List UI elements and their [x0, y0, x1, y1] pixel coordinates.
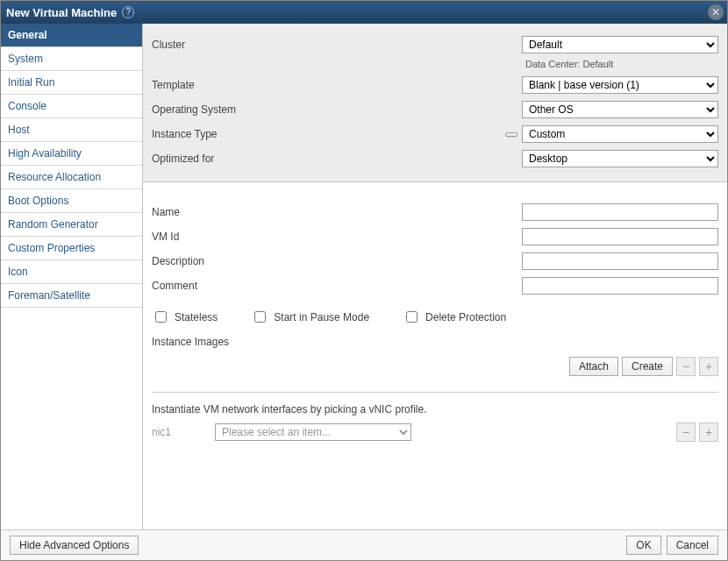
stateless-checkbox[interactable] [155, 311, 167, 323]
sidebar-item-resource-allocation[interactable]: Resource Allocation [1, 166, 142, 189]
template-select[interactable]: Blank | base version (1) [522, 76, 718, 94]
image-remove-button[interactable]: − [676, 357, 696, 376]
pause-checkbox-label[interactable]: Start in Pause Mode [251, 309, 369, 325]
sidebar-item-icon[interactable]: Icon [1, 260, 142, 284]
sidebar-item-host[interactable]: Host [1, 118, 142, 142]
name-label: Name [152, 206, 353, 218]
stateless-text: Stateless [175, 311, 218, 323]
sidebar-item-boot-options[interactable]: Boot Options [1, 189, 142, 213]
sidebar-item-general[interactable]: General [1, 24, 142, 47]
create-button[interactable]: Create [622, 357, 673, 376]
toggle-advanced-button[interactable]: Hide Advanced Options [10, 536, 139, 555]
description-label: Description [152, 255, 353, 267]
attach-button[interactable]: Attach [569, 357, 618, 376]
cluster-label: Cluster [152, 39, 353, 51]
nic-row: nic1 Please select an item... − + [152, 423, 718, 442]
flags-row: Stateless Start in Pause Mode Delete Pro… [152, 309, 718, 325]
chain-icon: ⊂⊃ [504, 129, 517, 140]
nic1-select[interactable]: Please select an item... [215, 423, 411, 441]
sidebar-item-console[interactable]: Console [1, 95, 142, 118]
separator [152, 392, 718, 393]
close-icon[interactable]: ✕ [708, 4, 724, 20]
os-select[interactable]: Other OS [522, 101, 718, 118]
delete-protection-text: Delete Protection [425, 311, 506, 323]
sidebar-item-foreman[interactable]: Foreman/Satellite [1, 284, 142, 308]
main-panel: Cluster Default Data Center: Default Tem… [143, 24, 727, 529]
optimized-select[interactable]: Desktop [522, 150, 718, 167]
mid-section: Name VM Id Description Comment [143, 182, 727, 451]
instance-images-heading: Instance Images [152, 336, 718, 348]
nic1-label: nic1 [152, 426, 204, 438]
titlebar: New Virtual Machine ? ✕ [1, 1, 727, 24]
pause-checkbox[interactable] [254, 311, 266, 323]
dialog-body: General System Initial Run Console Host … [1, 24, 727, 529]
delete-protection-checkbox[interactable] [406, 311, 418, 323]
sidebar-item-random-generator[interactable]: Random Generator [1, 213, 142, 237]
instance-images-actions: Attach Create − + [152, 357, 718, 376]
delete-protection-checkbox-label[interactable]: Delete Protection [403, 309, 506, 325]
cluster-select[interactable]: Default [522, 36, 718, 53]
vmid-label: VM Id [152, 231, 353, 243]
os-label: Operating System [152, 103, 353, 116]
template-label: Template [152, 79, 353, 91]
sidebar-item-custom-properties[interactable]: Custom Properties [1, 237, 142, 260]
sidebar-item-initial-run[interactable]: Initial Run [1, 71, 142, 95]
nic-remove-button[interactable]: − [676, 423, 696, 442]
vmid-input[interactable] [522, 228, 718, 245]
footer: Hide Advanced Options OK Cancel [1, 529, 727, 560]
sidebar-item-high-availability[interactable]: High Availability [1, 142, 142, 166]
image-add-button[interactable]: + [699, 357, 718, 376]
optimized-label: Optimized for [152, 153, 353, 165]
nic-hint: Instantiate VM network interfaces by pic… [152, 403, 718, 415]
name-input[interactable] [522, 203, 718, 221]
help-icon[interactable]: ? [122, 6, 134, 18]
description-input[interactable] [522, 252, 718, 270]
top-section: Cluster Default Data Center: Default Tem… [143, 24, 727, 182]
cluster-subtext: Data Center: Default [522, 57, 718, 71]
comment-input[interactable] [522, 277, 718, 295]
instance-type-label: Instance Type [152, 128, 353, 140]
instance-type-select[interactable]: Custom [522, 125, 718, 143]
sidebar-item-system[interactable]: System [1, 47, 142, 71]
cancel-button[interactable]: Cancel [667, 536, 718, 555]
comment-label: Comment [152, 280, 353, 292]
sidebar: General System Initial Run Console Host … [1, 24, 143, 529]
nic-add-button[interactable]: + [699, 423, 718, 442]
new-vm-dialog: New Virtual Machine ? ✕ General System I… [0, 0, 728, 561]
dialog-title: New Virtual Machine [6, 6, 117, 19]
stateless-checkbox-label[interactable]: Stateless [152, 309, 218, 325]
ok-button[interactable]: OK [626, 536, 660, 555]
pause-text: Start in Pause Mode [274, 311, 369, 323]
